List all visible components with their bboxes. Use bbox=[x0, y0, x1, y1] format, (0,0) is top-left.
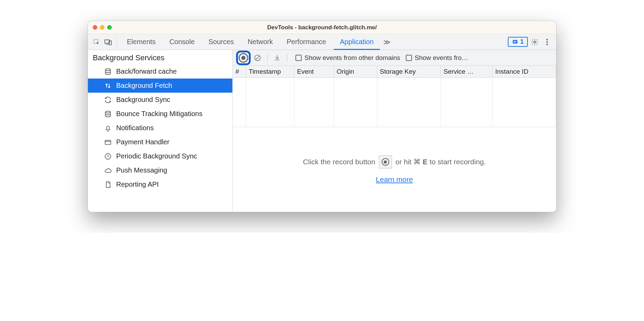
window-controls bbox=[93, 25, 112, 30]
sidebar-item-periodic-background-sync[interactable]: Periodic Background Sync bbox=[88, 149, 232, 163]
tab-application[interactable]: Application bbox=[334, 34, 380, 50]
divider bbox=[287, 54, 287, 62]
record-button[interactable] bbox=[239, 53, 248, 63]
svg-point-12 bbox=[105, 111, 111, 113]
database-icon bbox=[104, 110, 112, 118]
sidebar-item-background-sync[interactable]: Background Sync bbox=[88, 93, 232, 107]
tab-elements[interactable]: Elements bbox=[121, 34, 162, 50]
empty-cell bbox=[441, 78, 492, 126]
learn-more-link[interactable]: Learn more bbox=[376, 175, 413, 184]
col-origin[interactable]: Origin bbox=[334, 66, 377, 78]
clock-icon bbox=[104, 152, 112, 160]
cloud-icon bbox=[104, 166, 112, 175]
save-button[interactable] bbox=[272, 52, 283, 63]
sidebar-item-label: Notifications bbox=[116, 124, 154, 132]
database-icon bbox=[104, 68, 112, 76]
empty-state-message: Click the record button or hit ⌘ E to st… bbox=[233, 127, 556, 212]
sidebar-item-background-fetch[interactable]: Background Fetch bbox=[88, 79, 232, 93]
svg-line-17 bbox=[256, 56, 260, 60]
tab-network[interactable]: Network bbox=[241, 34, 279, 50]
empty-cell bbox=[246, 78, 294, 126]
clear-button[interactable] bbox=[252, 52, 263, 63]
divider bbox=[117, 38, 117, 46]
sidebar-item-label: Bounce Tracking Mitigations bbox=[116, 110, 202, 118]
svg-point-9 bbox=[546, 41, 548, 42]
sidebar-item-label: Back/forward cache bbox=[116, 68, 177, 75]
svg-point-8 bbox=[546, 39, 548, 40]
sidebar-item-payment-handler[interactable]: Payment Handler bbox=[88, 135, 232, 149]
devtools-window: DevTools - background-fetch.glitch.me/ E… bbox=[88, 21, 556, 212]
checkbox-input[interactable] bbox=[295, 55, 302, 61]
svg-point-11 bbox=[105, 69, 111, 71]
empty-cell bbox=[294, 78, 334, 126]
col-storage-key[interactable]: Storage Key bbox=[377, 66, 441, 78]
sidebar-item-label: Background Fetch bbox=[116, 82, 172, 90]
show-events-from-checkbox[interactable]: Show events fro… bbox=[406, 54, 468, 62]
col-event[interactable]: Event bbox=[294, 66, 334, 78]
empty-cell bbox=[377, 78, 441, 126]
sidebar-item-label: Reporting API bbox=[116, 180, 159, 188]
divider bbox=[267, 54, 268, 62]
svg-rect-13 bbox=[105, 140, 111, 144]
bell-icon bbox=[104, 124, 112, 132]
window-title: DevTools - background-fetch.glitch.me/ bbox=[88, 24, 556, 31]
empty-cell bbox=[492, 78, 556, 126]
minimize-window-button[interactable] bbox=[100, 25, 104, 30]
tab-sources[interactable]: Sources bbox=[202, 34, 240, 50]
card-icon bbox=[104, 138, 112, 146]
panel-toolbar: Show events from other domains Show even… bbox=[233, 50, 556, 66]
titlebar: DevTools - background-fetch.glitch.me/ bbox=[88, 21, 556, 34]
sidebar-section-header: Background Services bbox=[88, 50, 232, 64]
sync-icon bbox=[104, 96, 112, 104]
svg-rect-5 bbox=[513, 41, 516, 42]
svg-rect-4 bbox=[513, 40, 517, 44]
tab-console[interactable]: Console bbox=[163, 34, 201, 50]
file-icon bbox=[104, 180, 112, 189]
checkbox-label: Show events from other domains bbox=[304, 54, 400, 62]
device-toolbar-icon[interactable] bbox=[103, 37, 113, 47]
inspect-element-icon[interactable] bbox=[91, 37, 102, 47]
svg-point-7 bbox=[534, 41, 536, 43]
checkbox-label: Show events fro… bbox=[415, 54, 468, 62]
svg-point-10 bbox=[546, 43, 548, 45]
message-text-pre: Click the record button bbox=[303, 158, 375, 166]
col-timestamp[interactable]: Timestamp bbox=[246, 66, 294, 78]
empty-cell bbox=[334, 78, 377, 126]
events-table: #TimestampEventOriginStorage KeyService … bbox=[233, 66, 556, 127]
issues-count: 1 bbox=[520, 38, 524, 45]
empty-cell bbox=[233, 78, 246, 126]
main-content: Background Services Back/forward cacheBa… bbox=[88, 50, 556, 212]
maximize-window-button[interactable] bbox=[107, 25, 112, 30]
sidebar-item-push-messaging[interactable]: Push Messaging bbox=[88, 163, 232, 177]
sidebar-item-reporting-api[interactable]: Reporting API bbox=[88, 177, 232, 191]
svg-rect-6 bbox=[513, 42, 515, 43]
sidebar-item-bounce-tracking-mitigations[interactable]: Bounce Tracking Mitigations bbox=[88, 107, 232, 121]
background-fetch-panel: Show events from other domains Show even… bbox=[233, 50, 556, 212]
checkbox-input[interactable] bbox=[406, 55, 412, 61]
col--[interactable]: # bbox=[233, 66, 246, 78]
devtools-tabbar: Elements Console Sources Network Perform… bbox=[88, 34, 556, 50]
close-window-button[interactable] bbox=[93, 25, 97, 30]
tab-performance[interactable]: Performance bbox=[281, 34, 333, 50]
sidebar-item-label: Background Sync bbox=[116, 96, 170, 104]
settings-icon[interactable] bbox=[529, 38, 540, 46]
message-text-post: or hit ⌘ E to start recording. bbox=[395, 158, 486, 166]
updown-icon bbox=[104, 82, 112, 90]
sidebar-item-label: Push Messaging bbox=[116, 166, 167, 174]
col-instance-id[interactable]: Instance ID bbox=[492, 66, 556, 78]
more-options-icon[interactable] bbox=[542, 39, 553, 45]
sidebar-item-label: Periodic Background Sync bbox=[116, 152, 197, 160]
show-other-domains-checkbox[interactable]: Show events from other domains bbox=[295, 54, 400, 62]
tabs-overflow-button[interactable]: ≫ bbox=[381, 34, 393, 50]
sidebar: Background Services Back/forward cacheBa… bbox=[88, 50, 233, 212]
sidebar-item-back-forward-cache[interactable]: Back/forward cache bbox=[88, 64, 232, 79]
record-icon-inline bbox=[379, 155, 392, 168]
issues-button[interactable]: 1 bbox=[508, 37, 528, 47]
record-button-highlight bbox=[236, 51, 251, 65]
sidebar-item-notifications[interactable]: Notifications bbox=[88, 121, 232, 135]
col-service-[interactable]: Service … bbox=[441, 66, 492, 78]
sidebar-item-label: Payment Handler bbox=[116, 138, 170, 146]
